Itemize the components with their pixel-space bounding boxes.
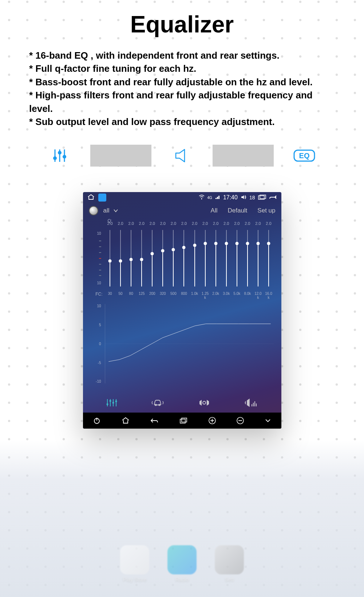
eq-band-slider[interactable] <box>105 230 115 286</box>
eq-band-slider[interactable] <box>189 230 200 286</box>
tab-speaker-icon[interactable] <box>151 147 213 165</box>
graph-y-tick: 10 <box>89 304 101 308</box>
btn-default[interactable]: Default <box>228 207 247 214</box>
fc-value: 320 <box>158 292 168 300</box>
q-value[interactable]: 2.0 <box>210 221 221 226</box>
eq-band-slider[interactable] <box>115 230 126 286</box>
fc-value: 800 <box>179 292 189 300</box>
fc-value: 500 <box>168 292 179 300</box>
eq-band-slider[interactable] <box>168 230 179 286</box>
fc-value: 50 <box>115 292 126 300</box>
q-value[interactable]: 2.0 <box>147 221 158 226</box>
q-label: Q: <box>108 218 112 223</box>
fc-value: 30 <box>105 292 115 300</box>
nav-back[interactable] <box>150 417 159 424</box>
svg-point-17 <box>110 400 111 402</box>
q-value[interactable]: 2.0 <box>232 221 242 226</box>
q-value[interactable]: 2.0 <box>168 221 179 226</box>
q-value[interactable]: 2.0 <box>221 221 232 226</box>
svg-point-4 <box>58 151 62 155</box>
q-value[interactable]: 2.0 <box>136 221 147 226</box>
q-value[interactable]: 2.0 <box>115 221 126 226</box>
tab-eq-icon[interactable]: EQ <box>274 147 335 165</box>
eq-band-slider[interactable] <box>232 230 242 286</box>
feature-line: * 16-band EQ , with independent front an… <box>29 49 335 62</box>
q-value[interactable]: 2.0 <box>263 221 274 226</box>
graph-y-tick: -10 <box>89 379 101 383</box>
y-axis-bottom: 10 <box>89 281 101 285</box>
q-value[interactable]: 2.0 <box>189 221 200 226</box>
preset-label: all <box>103 207 110 214</box>
svg-point-16 <box>107 403 108 405</box>
eq-band-slider[interactable] <box>126 230 136 286</box>
status-time: 17:40 <box>223 194 238 201</box>
dropdown-icon[interactable] <box>113 207 118 214</box>
eq-band-slider[interactable] <box>242 230 253 286</box>
nav-recent[interactable] <box>179 417 188 424</box>
bg-app-settings: Sett <box>215 545 244 582</box>
fc-value: 3.0k <box>221 292 232 300</box>
y-axis-top: 10 <box>89 231 101 235</box>
feature-line: * High-pass filters front and rear fully… <box>29 89 335 115</box>
tab-output[interactable] <box>242 398 259 409</box>
feature-line: * Full q-factor fine tuning for each hz. <box>29 62 335 75</box>
fc-value: 5.0k <box>232 292 242 300</box>
btn-setup[interactable]: Set up <box>257 207 275 214</box>
fc-value: 80 <box>126 292 136 300</box>
svg-rect-30 <box>182 418 187 422</box>
q-value[interactable]: 2.0 <box>126 221 136 226</box>
fc-value: 200 <box>147 292 158 300</box>
screen-icon <box>258 195 266 201</box>
fc-value: 2.0k <box>210 292 221 300</box>
fc-value: 8.0k <box>242 292 253 300</box>
sub-toolbar: all All Default Set up <box>83 203 281 218</box>
fc-value: 16.0k <box>263 292 274 300</box>
tab-eq-sliders[interactable] <box>105 398 119 409</box>
nav-chevron-down[interactable] <box>265 418 271 423</box>
status-volume: 18 <box>249 195 255 200</box>
bg-app-playstore: Play Store <box>120 545 149 582</box>
fc-label: FC: <box>89 292 105 297</box>
q-value[interactable]: 2.0 <box>253 221 263 226</box>
home-icon <box>87 194 95 201</box>
system-nav-bar <box>83 413 281 429</box>
fc-value: 125 <box>136 292 147 300</box>
eq-band-slider[interactable] <box>179 230 189 286</box>
nav-plus[interactable] <box>208 417 216 425</box>
status-bar: 4G 17:40 18 <box>83 192 281 203</box>
btn-all[interactable]: All <box>211 207 218 214</box>
svg-point-5 <box>63 155 66 159</box>
eq-band-slider[interactable] <box>200 230 210 286</box>
q-values: 2.02.02.02.02.02.02.02.02.02.02.02.02.02… <box>105 221 274 226</box>
q-value[interactable]: 2.0 <box>158 221 168 226</box>
tab-balance[interactable] <box>197 398 212 409</box>
q-value[interactable]: 2.0 <box>200 221 210 226</box>
svg-point-18 <box>112 402 114 404</box>
nav-power[interactable] <box>93 417 101 425</box>
eq-band-slider[interactable] <box>210 230 221 286</box>
fc-values: 3050801252003205008001.0k1.25k2.0k3.0k5.… <box>105 292 274 300</box>
q-value[interactable]: 2.0 <box>179 221 189 226</box>
svg-point-8 <box>201 199 202 199</box>
svg-rect-26 <box>256 403 257 406</box>
eq-band-slider[interactable] <box>221 230 232 286</box>
eq-band-slider[interactable] <box>263 230 274 286</box>
feature-line: * Sub output level and low pass frequenc… <box>29 115 335 128</box>
app-running-icon <box>98 194 106 202</box>
q-value[interactable]: 2.0 <box>242 221 253 226</box>
eq-band-slider[interactable] <box>136 230 147 286</box>
nav-minus[interactable] <box>236 417 244 425</box>
tab-car-audio[interactable] <box>149 398 166 409</box>
graph-y-tick: -5 <box>89 361 101 365</box>
eq-band-slider[interactable] <box>158 230 168 286</box>
eq-band-slider[interactable] <box>253 230 263 286</box>
nav-home[interactable] <box>121 417 130 424</box>
assistive-touch-icon[interactable] <box>89 206 98 215</box>
svg-rect-25 <box>254 401 255 406</box>
feature-tabs: EQ <box>29 143 335 168</box>
back-arrow-icon[interactable] <box>269 195 277 201</box>
svg-point-3 <box>53 156 57 160</box>
eq-band-slider[interactable] <box>147 230 158 286</box>
tab-sliders-icon[interactable] <box>29 147 90 165</box>
graph-y-tick: 0 <box>89 342 101 346</box>
